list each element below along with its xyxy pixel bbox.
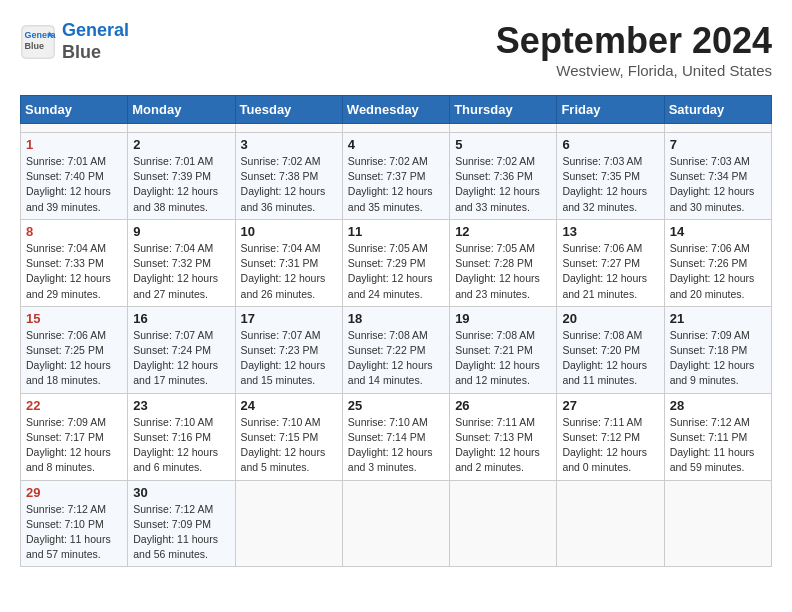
day-info: Sunrise: 7:12 AM Sunset: 7:09 PM Dayligh…: [133, 502, 229, 563]
weekday-header-sunday: Sunday: [21, 96, 128, 124]
calendar-cell: [235, 480, 342, 567]
calendar-cell: 13Sunrise: 7:06 AM Sunset: 7:27 PM Dayli…: [557, 219, 664, 306]
day-number: 19: [455, 311, 551, 326]
calendar-cell: 20Sunrise: 7:08 AM Sunset: 7:20 PM Dayli…: [557, 306, 664, 393]
day-info: Sunrise: 7:02 AM Sunset: 7:36 PM Dayligh…: [455, 154, 551, 215]
day-number: 3: [241, 137, 337, 152]
calendar-cell: 5Sunrise: 7:02 AM Sunset: 7:36 PM Daylig…: [450, 133, 557, 220]
day-number: 10: [241, 224, 337, 239]
weekday-header-monday: Monday: [128, 96, 235, 124]
calendar-cell: [557, 124, 664, 133]
day-info: Sunrise: 7:12 AM Sunset: 7:10 PM Dayligh…: [26, 502, 122, 563]
calendar-cell: 18Sunrise: 7:08 AM Sunset: 7:22 PM Dayli…: [342, 306, 449, 393]
month-title: September 2024: [496, 20, 772, 62]
day-number: 28: [670, 398, 766, 413]
logo-icon: General Blue: [20, 24, 56, 60]
day-number: 25: [348, 398, 444, 413]
day-info: Sunrise: 7:07 AM Sunset: 7:23 PM Dayligh…: [241, 328, 337, 389]
day-info: Sunrise: 7:04 AM Sunset: 7:31 PM Dayligh…: [241, 241, 337, 302]
weekday-header-tuesday: Tuesday: [235, 96, 342, 124]
day-info: Sunrise: 7:06 AM Sunset: 7:27 PM Dayligh…: [562, 241, 658, 302]
day-info: Sunrise: 7:05 AM Sunset: 7:28 PM Dayligh…: [455, 241, 551, 302]
day-info: Sunrise: 7:10 AM Sunset: 7:14 PM Dayligh…: [348, 415, 444, 476]
day-info: Sunrise: 7:02 AM Sunset: 7:37 PM Dayligh…: [348, 154, 444, 215]
calendar-cell: 23Sunrise: 7:10 AM Sunset: 7:16 PM Dayli…: [128, 393, 235, 480]
calendar-cell: [342, 124, 449, 133]
day-number: 20: [562, 311, 658, 326]
calendar-week-row: 29Sunrise: 7:12 AM Sunset: 7:10 PM Dayli…: [21, 480, 772, 567]
day-number: 21: [670, 311, 766, 326]
day-number: 18: [348, 311, 444, 326]
day-number: 9: [133, 224, 229, 239]
day-info: Sunrise: 7:01 AM Sunset: 7:40 PM Dayligh…: [26, 154, 122, 215]
day-number: 14: [670, 224, 766, 239]
day-number: 12: [455, 224, 551, 239]
calendar-cell: 27Sunrise: 7:11 AM Sunset: 7:12 PM Dayli…: [557, 393, 664, 480]
location-title: Westview, Florida, United States: [496, 62, 772, 79]
calendar-cell: 29Sunrise: 7:12 AM Sunset: 7:10 PM Dayli…: [21, 480, 128, 567]
calendar-cell: 15Sunrise: 7:06 AM Sunset: 7:25 PM Dayli…: [21, 306, 128, 393]
calendar-week-row: 8Sunrise: 7:04 AM Sunset: 7:33 PM Daylig…: [21, 219, 772, 306]
calendar-cell: 21Sunrise: 7:09 AM Sunset: 7:18 PM Dayli…: [664, 306, 771, 393]
calendar-cell: 25Sunrise: 7:10 AM Sunset: 7:14 PM Dayli…: [342, 393, 449, 480]
day-number: 13: [562, 224, 658, 239]
calendar-cell: [664, 124, 771, 133]
calendar-cell: 28Sunrise: 7:12 AM Sunset: 7:11 PM Dayli…: [664, 393, 771, 480]
calendar-cell: 26Sunrise: 7:11 AM Sunset: 7:13 PM Dayli…: [450, 393, 557, 480]
calendar-cell: 11Sunrise: 7:05 AM Sunset: 7:29 PM Dayli…: [342, 219, 449, 306]
day-number: 11: [348, 224, 444, 239]
calendar-cell: 4Sunrise: 7:02 AM Sunset: 7:37 PM Daylig…: [342, 133, 449, 220]
calendar-cell: 8Sunrise: 7:04 AM Sunset: 7:33 PM Daylig…: [21, 219, 128, 306]
calendar-cell: [342, 480, 449, 567]
day-number: 16: [133, 311, 229, 326]
calendar-cell: 19Sunrise: 7:08 AM Sunset: 7:21 PM Dayli…: [450, 306, 557, 393]
calendar-week-row: 15Sunrise: 7:06 AM Sunset: 7:25 PM Dayli…: [21, 306, 772, 393]
calendar-cell: [450, 124, 557, 133]
weekday-header-wednesday: Wednesday: [342, 96, 449, 124]
day-info: Sunrise: 7:08 AM Sunset: 7:21 PM Dayligh…: [455, 328, 551, 389]
day-info: Sunrise: 7:10 AM Sunset: 7:16 PM Dayligh…: [133, 415, 229, 476]
day-number: 17: [241, 311, 337, 326]
day-number: 26: [455, 398, 551, 413]
day-info: Sunrise: 7:02 AM Sunset: 7:38 PM Dayligh…: [241, 154, 337, 215]
day-number: 23: [133, 398, 229, 413]
calendar-cell: 16Sunrise: 7:07 AM Sunset: 7:24 PM Dayli…: [128, 306, 235, 393]
day-number: 7: [670, 137, 766, 152]
calendar-cell: [128, 124, 235, 133]
calendar-cell: 30Sunrise: 7:12 AM Sunset: 7:09 PM Dayli…: [128, 480, 235, 567]
calendar-table: SundayMondayTuesdayWednesdayThursdayFrid…: [20, 95, 772, 567]
calendar-cell: 24Sunrise: 7:10 AM Sunset: 7:15 PM Dayli…: [235, 393, 342, 480]
logo-blue: Blue: [62, 42, 101, 62]
day-number: 8: [26, 224, 122, 239]
day-info: Sunrise: 7:03 AM Sunset: 7:35 PM Dayligh…: [562, 154, 658, 215]
calendar-week-row: 22Sunrise: 7:09 AM Sunset: 7:17 PM Dayli…: [21, 393, 772, 480]
logo-general: General: [62, 20, 129, 40]
day-info: Sunrise: 7:05 AM Sunset: 7:29 PM Dayligh…: [348, 241, 444, 302]
day-number: 27: [562, 398, 658, 413]
logo-text: General Blue: [62, 20, 129, 63]
calendar-cell: 7Sunrise: 7:03 AM Sunset: 7:34 PM Daylig…: [664, 133, 771, 220]
calendar-cell: 12Sunrise: 7:05 AM Sunset: 7:28 PM Dayli…: [450, 219, 557, 306]
day-info: Sunrise: 7:09 AM Sunset: 7:18 PM Dayligh…: [670, 328, 766, 389]
calendar-cell: 2Sunrise: 7:01 AM Sunset: 7:39 PM Daylig…: [128, 133, 235, 220]
day-number: 6: [562, 137, 658, 152]
day-number: 22: [26, 398, 122, 413]
calendar-cell: [235, 124, 342, 133]
calendar-cell: 17Sunrise: 7:07 AM Sunset: 7:23 PM Dayli…: [235, 306, 342, 393]
day-info: Sunrise: 7:08 AM Sunset: 7:22 PM Dayligh…: [348, 328, 444, 389]
calendar-cell: [450, 480, 557, 567]
day-info: Sunrise: 7:10 AM Sunset: 7:15 PM Dayligh…: [241, 415, 337, 476]
calendar-cell: [664, 480, 771, 567]
calendar-cell: 14Sunrise: 7:06 AM Sunset: 7:26 PM Dayli…: [664, 219, 771, 306]
day-info: Sunrise: 7:09 AM Sunset: 7:17 PM Dayligh…: [26, 415, 122, 476]
day-info: Sunrise: 7:04 AM Sunset: 7:32 PM Dayligh…: [133, 241, 229, 302]
title-block: September 2024 Westview, Florida, United…: [496, 20, 772, 79]
weekday-header-saturday: Saturday: [664, 96, 771, 124]
day-number: 4: [348, 137, 444, 152]
calendar-cell: 9Sunrise: 7:04 AM Sunset: 7:32 PM Daylig…: [128, 219, 235, 306]
day-info: Sunrise: 7:07 AM Sunset: 7:24 PM Dayligh…: [133, 328, 229, 389]
calendar-cell: 6Sunrise: 7:03 AM Sunset: 7:35 PM Daylig…: [557, 133, 664, 220]
calendar-header-row: SundayMondayTuesdayWednesdayThursdayFrid…: [21, 96, 772, 124]
day-info: Sunrise: 7:04 AM Sunset: 7:33 PM Dayligh…: [26, 241, 122, 302]
day-info: Sunrise: 7:06 AM Sunset: 7:25 PM Dayligh…: [26, 328, 122, 389]
